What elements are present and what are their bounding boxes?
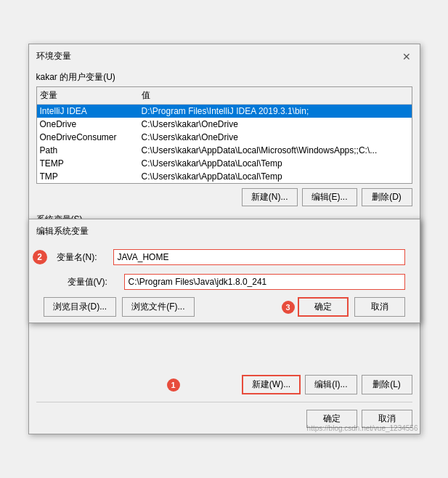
var-cell: IntelliJ IDEA	[40, 106, 142, 116]
name-row: 2 变量名(N):	[29, 245, 420, 270]
var-cell: Path	[40, 145, 142, 155]
val-cell: D:\Program Files\IntelliJ IDEA 2019.3.1\…	[142, 106, 409, 116]
val-cell: C:\Users\kakar\OneDrive	[142, 119, 409, 129]
value-input[interactable]	[124, 274, 405, 290]
browse-file-button[interactable]: 浏览文件(F)...	[122, 297, 194, 317]
val-cell: C:\Users\kakar\AppData\Local\Temp	[142, 158, 409, 169]
var-cell: OneDrive	[40, 119, 142, 129]
browse-buttons-row: 浏览目录(D)... 浏览文件(F)... 3 确定 取消	[29, 294, 420, 323]
main-dialog: 环境变量 ✕ kakar 的用户变量(U) 变量 值 IntelliJ IDEA…	[28, 44, 420, 434]
browse-dir-button[interactable]: 浏览目录(D)...	[44, 297, 117, 317]
sys-buttons-row: 1 新建(W)... 编辑(I)... 删除(L)	[29, 370, 420, 399]
annotation-1: 1	[167, 378, 180, 392]
sub-dialog-title: 编辑系统变量	[36, 225, 89, 238]
table-row[interactable]: IntelliJ IDEA D:\Program Files\IntelliJ …	[37, 105, 412, 118]
val-cell: C:\Users\kakar\OneDrive	[142, 132, 409, 142]
confirm-wrapper: 3 确定	[298, 297, 349, 317]
sub-cancel-button[interactable]: 取消	[354, 297, 405, 317]
table-header: 变量 值	[37, 87, 412, 105]
name-input[interactable]	[113, 249, 405, 265]
sys-edit-button[interactable]: 编辑(I)...	[305, 375, 357, 394]
user-delete-button[interactable]: 删除(D)	[362, 188, 412, 206]
watermark: https://blog.csdn.net/vue_1234556	[307, 424, 418, 432]
user-variables-table: 变量 值 IntelliJ IDEA D:\Program Files\Inte…	[36, 86, 412, 184]
name-label: 变量名(N):	[57, 251, 107, 264]
user-section-label: kakar 的用户变量(U)	[29, 67, 420, 86]
value-label: 变量值(V):	[68, 276, 118, 288]
annotation-3: 3	[282, 301, 295, 314]
user-edit-button[interactable]: 编辑(E)...	[302, 188, 357, 206]
table-row[interactable]: OneDrive C:\Users\kakar\OneDrive	[37, 118, 412, 131]
sub-confirm-button[interactable]: 确定	[298, 297, 349, 317]
sys-delete-button[interactable]: 删除(L)	[362, 375, 412, 394]
title-bar: 环境变量 ✕	[29, 44, 420, 67]
annotation-2: 2	[33, 250, 47, 264]
var-cell: TMP	[40, 171, 142, 182]
user-new-button[interactable]: 新建(N)...	[242, 188, 298, 206]
divider	[36, 402, 412, 402]
close-button[interactable]: ✕	[401, 51, 412, 62]
user-buttons-row: 新建(N)... 编辑(E)... 删除(D)	[29, 184, 420, 211]
val-cell: C:\Users\kakar\AppData\Local\Microsoft\W…	[142, 145, 409, 155]
table-row[interactable]: TEMP C:\Users\kakar\AppData\Local\Temp	[37, 157, 412, 170]
header-value: 值	[142, 89, 409, 102]
value-row: 变量值(V):	[29, 270, 420, 294]
var-cell: TEMP	[40, 158, 142, 169]
sys-new-button[interactable]: 新建(W)...	[242, 375, 301, 394]
table-row[interactable]: TMP C:\Users\kakar\AppData\Local\Temp	[37, 170, 412, 183]
dialog-title: 环境变量	[36, 50, 71, 62]
edit-variable-dialog: 编辑系统变量 2 变量名(N): 变量值(V): 浏览目录(D)... 浏览文件…	[28, 219, 420, 323]
table-row[interactable]: Path C:\Users\kakar\AppData\Local\Micros…	[37, 144, 412, 157]
val-cell: C:\Users\kakar\AppData\Local\Temp	[142, 171, 409, 182]
header-variable: 变量	[40, 89, 142, 102]
var-cell: OneDriveConsumer	[40, 132, 142, 142]
table-row[interactable]: OneDriveConsumer C:\Users\kakar\OneDrive	[37, 131, 412, 144]
sub-title-bar: 编辑系统变量	[29, 219, 420, 242]
